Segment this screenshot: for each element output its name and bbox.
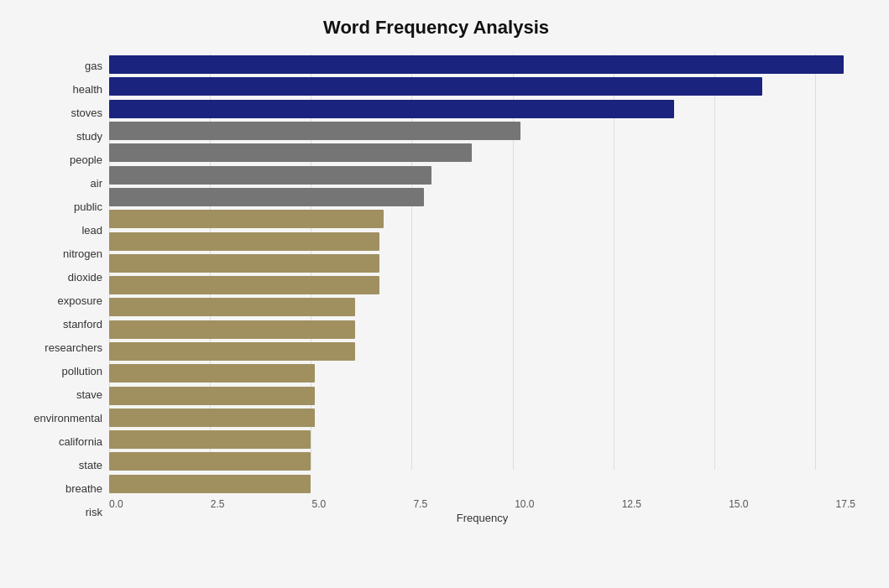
y-label: environmental: [34, 413, 102, 424]
bar-row: [109, 319, 855, 341]
bar: [109, 276, 379, 294]
bar: [109, 55, 844, 74]
x-axis-labels: 0.02.55.07.510.012.515.017.5: [109, 498, 855, 510]
bars-inner: [109, 54, 855, 495]
bar-row: [109, 230, 855, 252]
x-tick-label: 10.0: [515, 498, 534, 510]
x-tick-label: 7.5: [413, 498, 427, 510]
bar: [109, 320, 355, 339]
x-tick-label: 5.0: [312, 498, 327, 510]
y-label: breathe: [65, 483, 102, 494]
bar-row: [109, 142, 855, 164]
bar: [109, 408, 315, 427]
bar: [109, 232, 379, 251]
y-label: lead: [81, 225, 102, 236]
bar: [109, 254, 379, 273]
y-label: state: [79, 460, 102, 471]
x-tick-label: 2.5: [211, 498, 225, 510]
y-label: stanford: [63, 319, 102, 330]
bar-row: [109, 384, 855, 406]
y-label: nitrogen: [63, 248, 102, 259]
y-label: stoves: [71, 107, 102, 118]
bar-row: [109, 429, 855, 450]
bar-row: [109, 120, 855, 142]
y-label: stave: [76, 389, 102, 400]
bar: [109, 143, 472, 162]
bar-row: [109, 186, 855, 208]
bar-row: [109, 164, 855, 185]
bar-row: [109, 54, 855, 75]
bar: [109, 298, 355, 316]
y-label: risk: [86, 507, 102, 518]
bar: [109, 210, 384, 228]
bar: [109, 122, 520, 140]
bar-row: [109, 450, 855, 472]
y-label: health: [73, 84, 102, 95]
y-label: researchers: [44, 342, 102, 353]
bar-rows-container: [109, 54, 855, 495]
bar: [109, 342, 355, 361]
bar-row: [109, 75, 855, 97]
y-label: dioxide: [68, 272, 102, 283]
y-label: exposure: [58, 295, 102, 306]
bars-wrapper: 0.02.55.07.510.012.515.017.5 Frequency: [109, 54, 855, 524]
x-tick-label: 15.0: [729, 498, 748, 510]
y-label: air: [91, 178, 102, 189]
bar: [109, 100, 674, 118]
bar: [109, 188, 424, 206]
x-axis-title: Frequency: [109, 512, 855, 524]
x-tick-label: 12.5: [622, 498, 641, 510]
bar-row: [109, 98, 855, 120]
bar-row: [109, 473, 855, 495]
bar: [109, 475, 311, 493]
y-label: people: [70, 154, 102, 165]
y-label: pollution: [62, 366, 102, 377]
x-tick-label: 17.5: [836, 498, 855, 510]
bar: [109, 166, 431, 185]
bar-row: [109, 341, 855, 362]
y-label: public: [74, 201, 102, 212]
bar: [109, 77, 762, 96]
bar: [109, 364, 315, 382]
x-tick-label: 0.0: [109, 498, 123, 510]
bar: [109, 387, 315, 405]
y-axis-labels: gashealthstovesstudypeopleairpublicleadn…: [17, 54, 109, 524]
bar: [109, 452, 311, 471]
y-label: california: [59, 436, 102, 447]
bar-row: [109, 407, 855, 429]
bar: [109, 430, 311, 449]
y-label: study: [76, 131, 102, 142]
chart-container: Word Frequency Analysis gashealthstovess…: [0, 0, 889, 588]
chart-title: Word Frequency Analysis: [17, 17, 855, 39]
bar-row: [109, 208, 855, 230]
bar-row: [109, 296, 855, 318]
y-label: gas: [85, 60, 102, 71]
bar-row: [109, 252, 855, 274]
bar-row: [109, 362, 855, 384]
bar-row: [109, 274, 855, 296]
